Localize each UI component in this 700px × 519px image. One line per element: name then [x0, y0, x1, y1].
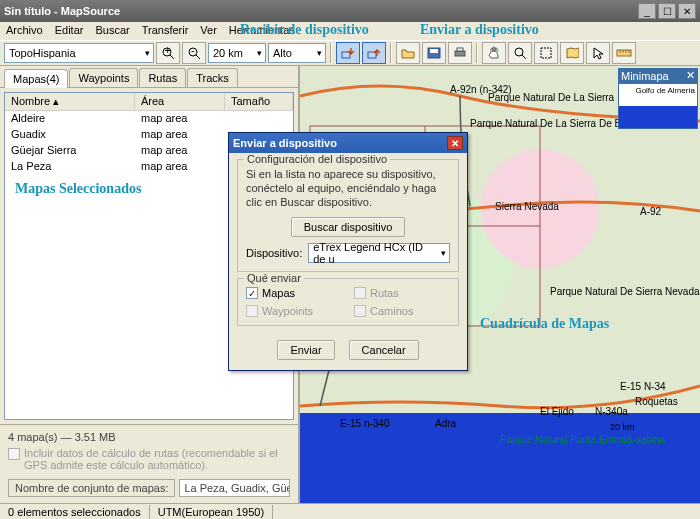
tab-mapas[interactable]: Mapas(4)	[4, 69, 68, 88]
status-selection: 0 elementos seleccionados	[0, 505, 150, 519]
col-tamano[interactable]: Tamaño	[225, 93, 293, 110]
menu-buscar[interactable]: Buscar	[95, 24, 129, 38]
zoom-tool-button[interactable]	[508, 42, 532, 64]
arrow-tool-button[interactable]	[586, 42, 610, 64]
measure-tool-button[interactable]	[612, 42, 636, 64]
col-area[interactable]: Área	[135, 93, 225, 110]
receive-from-device-button[interactable]	[336, 42, 360, 64]
status-datum: UTM(European 1950)	[150, 505, 273, 519]
list-row[interactable]: Aldeiremap area	[5, 111, 293, 127]
zoom-out-button[interactable]: -	[182, 42, 206, 64]
window-title: Sin título - MapSource	[4, 5, 638, 17]
minimap-body: Golfo de Almería	[618, 83, 698, 129]
map-label: A-92	[640, 206, 661, 217]
toolbar-separator	[390, 43, 392, 63]
tab-waypoints[interactable]: Waypoints	[69, 68, 138, 87]
menu-herramientas[interactable]: Herramientas	[229, 24, 295, 38]
checkbox-mapas[interactable]: ✓Mapas	[246, 287, 342, 299]
detail-select[interactable]: Alto	[268, 43, 326, 63]
map-count-size: 4 mapa(s) — 3.51 MB	[8, 431, 290, 443]
toolbar-separator	[330, 43, 332, 63]
hand-tool-button[interactable]	[482, 42, 506, 64]
menubar: Archivo Editar Buscar Transferir Ver Her…	[0, 22, 700, 40]
map-label: El Ejido	[540, 406, 574, 417]
minimap[interactable]: Minimapa✕ Golfo de Almería	[618, 68, 698, 129]
send-to-device-dialog: Enviar a dispositivo ✕ Configuración del…	[228, 132, 468, 371]
checkbox-icon: ✓	[246, 287, 258, 299]
map-label: N-340a	[595, 406, 628, 417]
close-button[interactable]: ✕	[678, 3, 696, 19]
checkbox-icon	[246, 305, 258, 317]
device-select[interactable]: eTrex Legend HCx (ID de u	[308, 243, 450, 263]
bottom-summary: 4 mapa(s) — 3.51 MB Incluir datos de cál…	[0, 424, 298, 503]
device-label: Dispositivo:	[246, 247, 302, 259]
checkbox-icon	[354, 287, 366, 299]
checkbox-icon	[354, 305, 366, 317]
zoom-in-button[interactable]: +	[156, 42, 180, 64]
maximize-button[interactable]: ☐	[658, 3, 676, 19]
group-legend: Configuración del dispositivo	[244, 153, 390, 165]
menu-transferir[interactable]: Transferir	[142, 24, 189, 38]
open-button[interactable]	[396, 42, 420, 64]
select-tool-button[interactable]	[534, 42, 558, 64]
toolbar: TopoHispania + - 20 km Alto	[0, 40, 700, 66]
col-nombre[interactable]: Nombre ▴	[5, 93, 135, 110]
tab-rutas[interactable]: Rutas	[139, 68, 186, 87]
print-button[interactable]	[448, 42, 472, 64]
cancel-button[interactable]: Cancelar	[349, 340, 419, 360]
svg-text:-: -	[191, 46, 195, 56]
svg-line-4	[196, 55, 200, 59]
device-help-text: Si en la lista no aparece su dispositivo…	[246, 168, 450, 209]
send-to-device-button[interactable]	[362, 42, 386, 64]
svg-rect-10	[455, 51, 465, 56]
map-label: Parque Natural De Sierra Nevada	[550, 286, 700, 297]
map-label: E-15 n-340	[340, 418, 389, 429]
svg-point-12	[515, 48, 523, 56]
list-header: Nombre ▴ Área Tamaño	[5, 93, 293, 111]
svg-rect-14	[541, 48, 551, 58]
tabs: Mapas(4) Waypoints Rutas Tracks	[0, 66, 298, 88]
map-label: Roquetas	[635, 396, 678, 407]
tab-tracks[interactable]: Tracks	[187, 68, 238, 87]
mapset-name-value: La Peza, Guadix, Güejar	[179, 479, 290, 497]
what-to-send-group: Qué enviar ✓Mapas Rutas Waypoints Camino…	[237, 278, 459, 326]
checkbox-icon	[8, 448, 20, 460]
find-device-button[interactable]: Buscar dispositivo	[291, 217, 406, 237]
minimize-button[interactable]: _	[638, 3, 656, 19]
menu-editar[interactable]: Editar	[55, 24, 84, 38]
group-legend: Qué enviar	[244, 272, 304, 284]
checkbox-caminos: Caminos	[354, 305, 450, 317]
minimap-close-icon[interactable]: ✕	[686, 69, 695, 82]
send-button[interactable]: Enviar	[277, 340, 334, 360]
map-scale: 20 km	[610, 422, 635, 432]
menu-ver[interactable]: Ver	[200, 24, 217, 38]
mapset-name-label[interactable]: Nombre de conjunto de mapas:	[8, 479, 175, 497]
dialog-close-button[interactable]: ✕	[447, 136, 463, 150]
svg-text:+: +	[165, 46, 171, 56]
svg-rect-9	[430, 49, 438, 53]
map-tool-button[interactable]	[560, 42, 584, 64]
save-button[interactable]	[422, 42, 446, 64]
toolbar-separator	[476, 43, 478, 63]
zoom-select[interactable]: 20 km	[208, 43, 266, 63]
checkbox-waypoints: Waypoints	[246, 305, 342, 317]
map-label: Parque Natural De La Sierra De Baza	[470, 118, 637, 129]
annotation-mapas-sel: Mapas Seleccionados	[15, 181, 141, 197]
map-label: Adra	[435, 418, 456, 429]
map-label: E-15 N-34	[620, 381, 666, 392]
map-label: Parque Natural Punta Entinas-sabina	[500, 434, 665, 445]
svg-line-13	[522, 55, 526, 59]
device-config-group: Configuración del dispositivo Si en la l…	[237, 159, 459, 272]
dialog-title: Enviar a dispositivo	[233, 137, 337, 149]
svg-rect-6	[342, 52, 350, 58]
menu-archivo[interactable]: Archivo	[6, 24, 43, 38]
map-label: Sierra Nevada	[495, 201, 559, 212]
map-label: Parque Natural De La Sierra	[488, 92, 614, 103]
svg-rect-11	[457, 48, 463, 51]
product-select[interactable]: TopoHispania	[4, 43, 154, 63]
checkbox-rutas: Rutas	[354, 287, 450, 299]
statusbar: 0 elementos seleccionados UTM(European 1…	[0, 503, 700, 519]
include-routing-checkbox[interactable]: Incluir datos de cálculo de rutas (recom…	[8, 447, 290, 471]
minimap-title: Minimapa	[621, 70, 669, 82]
dialog-titlebar[interactable]: Enviar a dispositivo ✕	[229, 133, 467, 153]
